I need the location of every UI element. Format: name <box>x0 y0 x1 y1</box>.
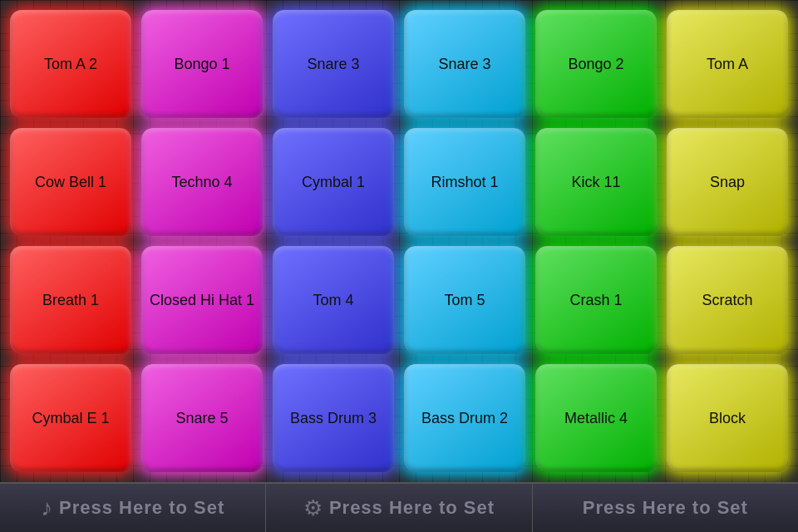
pad-grid: Tom A 2Bongo 1Snare 3Snare 3Bongo 2Tom A… <box>0 0 798 482</box>
press-text-2: Press Here to Set <box>329 497 495 519</box>
drum-pad-21[interactable]: Bass Drum 2 <box>404 364 525 472</box>
drum-pad-20[interactable]: Bass Drum 3 <box>273 364 394 472</box>
drum-pad-4[interactable]: Bongo 2 <box>535 10 657 118</box>
drum-pad-0[interactable]: Tom A 2 <box>10 10 131 118</box>
drum-pad-13[interactable]: Closed Hi Hat 1 <box>141 246 263 354</box>
drum-pad-12[interactable]: Breath 1 <box>10 246 131 354</box>
drum-pad-2[interactable]: Snare 3 <box>273 10 394 118</box>
drum-pad-15[interactable]: Tom 5 <box>404 246 525 354</box>
drum-pad-19[interactable]: Snare 5 <box>141 364 263 472</box>
drum-pad-3[interactable]: Snare 3 <box>404 10 525 118</box>
drum-pad-14[interactable]: Tom 4 <box>273 246 394 354</box>
press-text-3: Press Here to Set <box>583 497 748 519</box>
drum-pad-22[interactable]: Metallic 4 <box>535 364 657 472</box>
press-text-1: Press Here to Set <box>59 497 224 519</box>
drum-pad-5[interactable]: Tom A <box>667 10 788 118</box>
drum-pad-17[interactable]: Scratch <box>667 246 788 354</box>
bottom-section-3[interactable]: Press Here to Set <box>533 484 798 532</box>
drum-pad-10[interactable]: Kick 11 <box>535 128 657 236</box>
drum-pad-9[interactable]: Rimshot 1 <box>404 128 525 236</box>
drum-pad-16[interactable]: Crash 1 <box>535 246 657 354</box>
bottom-section-2[interactable]: ⚙ Press Here to Set <box>266 484 532 532</box>
bottom-section-1[interactable]: ♪ Press Here to Set <box>0 484 266 532</box>
drum-pad-8[interactable]: Cymbal 1 <box>273 128 394 236</box>
music-icon: ♪ <box>41 495 52 521</box>
bottom-bar: ♪ Press Here to Set ⚙ Press Here to Set … <box>0 482 798 532</box>
gear-icon: ⚙ <box>303 495 323 521</box>
drum-pad-1[interactable]: Bongo 1 <box>141 10 263 118</box>
drum-pad-6[interactable]: Cow Bell 1 <box>10 128 131 236</box>
drum-pad-23[interactable]: Block <box>667 364 788 472</box>
drum-pad-7[interactable]: Techno 4 <box>141 128 263 236</box>
drum-pad-18[interactable]: Cymbal E 1 <box>10 364 131 472</box>
drum-pad-11[interactable]: Snap <box>667 128 788 236</box>
